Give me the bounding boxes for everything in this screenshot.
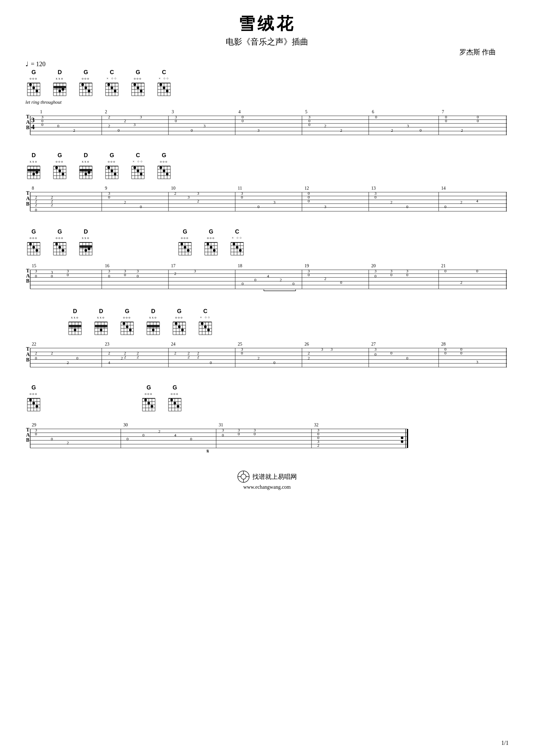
svg-point-199 — [137, 170, 139, 172]
svg-text:3: 3 — [476, 360, 478, 364]
section-row-5: G ooo — [25, 384, 509, 458]
chord-D-r4c: D xxo — [145, 308, 162, 337]
svg-text:0: 0 — [126, 437, 129, 441]
chord-row-3: G ooo G — [25, 229, 509, 257]
svg-point-343 — [233, 243, 235, 245]
svg-text:T: T — [26, 114, 30, 119]
svg-text:0: 0 — [375, 115, 377, 119]
svg-text:3: 3 — [172, 109, 174, 114]
svg-point-148 — [36, 171, 38, 174]
svg-text:19: 19 — [304, 263, 309, 268]
svg-point-278 — [33, 246, 35, 249]
svg-text:0: 0 — [340, 280, 342, 285]
chord-G-r4: G ooo — [119, 308, 136, 337]
svg-text:0: 0 — [445, 118, 447, 123]
svg-text:4: 4 — [108, 360, 110, 365]
svg-text:3: 3 — [374, 347, 377, 352]
chord-row-2: D xxo G — [25, 152, 509, 181]
svg-text:5: 5 — [305, 109, 307, 114]
svg-text:21: 21 — [441, 263, 445, 268]
chord-D-r4a: D xxo — [67, 308, 83, 337]
svg-text:0: 0 — [35, 207, 37, 212]
svg-text:3: 3 — [188, 195, 190, 200]
svg-text:2: 2 — [51, 351, 53, 355]
svg-text:0: 0 — [476, 269, 478, 273]
composer: 罗杰斯 作曲 — [25, 47, 509, 57]
svg-point-186 — [108, 166, 110, 169]
chord-G-r5b: G ooo — [140, 384, 157, 413]
svg-point-550 — [29, 399, 32, 401]
chord-G-2: G ooo — [78, 69, 94, 98]
svg-point-38 — [88, 90, 90, 92]
svg-text:2: 2 — [391, 128, 393, 133]
svg-point-562 — [147, 402, 150, 404]
svg-text:T: T — [26, 190, 30, 196]
svg-point-200 — [140, 173, 142, 175]
tempo: = 120 — [31, 61, 45, 68]
svg-text:12: 12 — [304, 186, 309, 191]
svg-text:2: 2 — [460, 200, 463, 204]
svg-text:2: 2 — [461, 128, 463, 133]
svg-point-617 — [401, 437, 403, 439]
footer-logo: 找谱就上易唱网 — [25, 470, 509, 483]
chord-row-4: D xxo D xxo — [25, 308, 509, 337]
svg-text:2: 2 — [390, 200, 393, 204]
chord-G-r3a: G ooo — [25, 229, 42, 257]
chord-G-r3c: G ooo — [177, 229, 193, 257]
svg-text:15: 15 — [32, 263, 36, 268]
svg-rect-23 — [53, 86, 66, 89]
svg-point-416 — [74, 329, 76, 331]
title-section: 雪绒花 电影《音乐之声》插曲 — [25, 13, 509, 47]
svg-point-621 — [241, 474, 246, 479]
svg-text:0: 0 — [477, 118, 479, 123]
svg-text:3: 3 — [134, 122, 136, 127]
svg-text:B: B — [26, 201, 30, 206]
svg-point-466 — [181, 329, 184, 331]
svg-text:A: A — [26, 273, 30, 279]
svg-text:0: 0 — [140, 204, 142, 209]
tab-staff-4: T A B 22 23 24 25 26 27 28 2 — [25, 338, 509, 370]
svg-rect-415 — [69, 325, 81, 327]
svg-point-564 — [151, 405, 153, 408]
svg-text:3: 3 — [324, 204, 326, 209]
svg-text:0: 0 — [190, 437, 192, 441]
svg-text:2: 2 — [137, 354, 139, 359]
svg-text:0: 0 — [390, 272, 393, 277]
page-number: 1/1 — [501, 740, 509, 746]
svg-text:T: T — [26, 427, 30, 432]
svg-point-198 — [134, 166, 136, 169]
svg-text:11: 11 — [238, 186, 242, 191]
svg-text:10: 10 — [171, 186, 175, 191]
chord-G-r4b: G ooo — [171, 308, 188, 337]
chord-C-r2: C × ○○ — [130, 152, 146, 181]
svg-text:0: 0 — [242, 118, 244, 123]
chord-row-1: G ooo — [25, 69, 509, 98]
svg-text:0: 0 — [292, 281, 295, 286]
svg-point-344 — [236, 246, 239, 249]
svg-text:0: 0 — [76, 356, 79, 361]
svg-text:3: 3 — [194, 269, 196, 273]
svg-rect-427 — [95, 325, 108, 327]
svg-point-279 — [29, 243, 32, 245]
svg-point-319 — [187, 249, 190, 252]
svg-text:0: 0 — [41, 122, 43, 127]
svg-text:0: 0 — [308, 272, 310, 277]
svg-point-77 — [166, 90, 168, 92]
svg-text:2: 2 — [317, 443, 319, 448]
svg-text:3: 3 — [258, 128, 260, 133]
svg-point-211 — [163, 170, 165, 172]
svg-text:3: 3 — [137, 269, 139, 273]
svg-point-24 — [59, 90, 61, 92]
chord-G-r2: G ooo — [52, 152, 68, 181]
svg-text:0: 0 — [137, 274, 139, 279]
svg-text:3: 3 — [222, 428, 224, 432]
svg-text:2: 2 — [124, 200, 126, 204]
svg-point-49 — [108, 83, 110, 86]
svg-text:2: 2 — [308, 351, 310, 355]
svg-point-465 — [175, 322, 177, 325]
svg-text:3: 3 — [203, 123, 206, 128]
svg-text:2: 2 — [121, 356, 123, 361]
svg-point-62 — [137, 87, 139, 89]
svg-point-292 — [55, 243, 58, 245]
chord-D-r3: D xxo — [78, 229, 94, 257]
